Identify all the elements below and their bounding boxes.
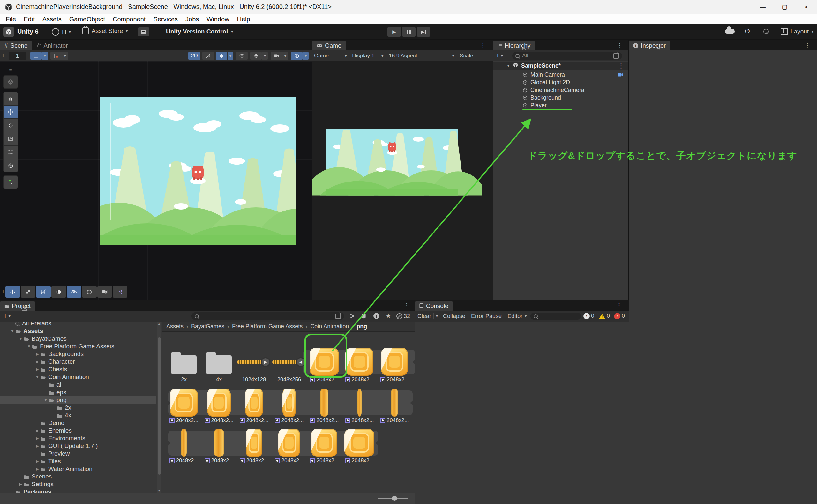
tree-item-preview[interactable]: Preview xyxy=(0,450,156,457)
scene-row[interactable]: ▼ SampleScene* ⋮ xyxy=(493,62,629,70)
foldout-arrow[interactable]: ▼ xyxy=(18,337,24,341)
foldout-arrow[interactable]: ▼ xyxy=(34,375,40,379)
history-icon[interactable]: ↺ xyxy=(744,27,751,36)
hand-tool-button[interactable] xyxy=(3,92,18,105)
aspect-dropdown[interactable]: 16:9 Aspect▾ xyxy=(389,53,454,59)
log-count-toggle[interactable]: ! 0 xyxy=(583,313,594,319)
zoom-overlay-button[interactable] xyxy=(82,286,97,298)
zoom-slider-thumb[interactable] xyxy=(392,496,397,501)
audio-toggle[interactable] xyxy=(216,52,227,60)
tab-console[interactable]: Console xyxy=(415,301,453,311)
foldout-arrow[interactable]: ▶ xyxy=(34,467,40,471)
breadcrumb-item-png[interactable]: png xyxy=(356,323,367,330)
tree-item-eps[interactable]: eps xyxy=(0,389,156,396)
tool-column-grip[interactable]: ≡ xyxy=(3,68,18,73)
camera-settings-button[interactable] xyxy=(271,52,282,60)
tree-item-coin-animation[interactable]: ▼Coin Animation xyxy=(0,373,156,381)
menu-item-window[interactable]: Window xyxy=(203,16,233,23)
breadcrumb-item-free-platform-game-assets[interactable]: Free Platform Game Assets xyxy=(232,323,302,330)
tree-item-free-platform-game-assets[interactable]: ▼Free Platform Game Assets xyxy=(0,343,156,350)
tilemap-overlay-button[interactable] xyxy=(67,286,81,298)
foldout-arrow[interactable]: ▶ xyxy=(34,352,40,356)
menu-item-help[interactable]: Help xyxy=(233,16,254,23)
pan-overlay-button[interactable] xyxy=(5,286,20,298)
view-tool-button[interactable] xyxy=(3,75,18,89)
scroll-up-icon[interactable]: ▲ xyxy=(158,322,160,325)
clear-caret[interactable]: ▾ xyxy=(436,314,438,318)
coin-sprite-icon[interactable] xyxy=(246,429,262,457)
add-asset-caret[interactable]: ▾ xyxy=(9,314,11,318)
sprite-strip-expand-button[interactable]: ◀ xyxy=(296,357,305,367)
folder-asset-icon[interactable] xyxy=(171,355,197,374)
scrollbar-thumb[interactable] xyxy=(158,337,161,475)
clear-button[interactable]: Clear xyxy=(418,313,431,320)
folder-asset-icon[interactable] xyxy=(206,355,232,374)
scroll-down-icon[interactable]: ▼ xyxy=(158,489,160,492)
asset-store-menu[interactable]: Asset Store ▾ xyxy=(82,27,128,34)
foldout-arrow[interactable]: ▶ xyxy=(34,428,40,433)
tab-animator[interactable]: Animator xyxy=(32,41,72,50)
foldout-arrow[interactable]: ▼ xyxy=(507,63,510,68)
add-asset-button[interactable]: + xyxy=(3,312,7,320)
snap-options-caret[interactable]: ▾ xyxy=(62,52,68,60)
coin-sprite-icon[interactable] xyxy=(282,389,296,417)
pause-button[interactable] xyxy=(402,27,416,37)
overlay-grip[interactable]: ‖ xyxy=(3,289,5,295)
alert-filter-icon[interactable]: ! xyxy=(373,313,379,319)
grid-options-caret[interactable]: ▾ xyxy=(42,52,48,60)
tree-item-environments[interactable]: ▶Environments xyxy=(0,434,156,442)
tab-hierarchy[interactable]: Hierarchy xyxy=(493,41,535,50)
step-button[interactable]: ▶ xyxy=(417,27,430,37)
display-dropdown[interactable]: Display 1▾ xyxy=(352,53,383,59)
hierarchy-item-player[interactable]: Player xyxy=(493,101,629,109)
tree-item-bayatgames[interactable]: ▼BayatGames xyxy=(0,335,156,343)
gizmos-caret[interactable]: ▾ xyxy=(303,52,308,60)
foldout-arrow[interactable]: ▼ xyxy=(43,398,48,402)
coin-sprite-icon[interactable] xyxy=(311,429,337,457)
warning-count-toggle[interactable]: 0 xyxy=(599,313,610,319)
menu-item-jobs[interactable]: Jobs xyxy=(182,16,203,23)
toolbar-grip[interactable]: ‖ xyxy=(3,53,5,59)
scene-viewport[interactable]: ≡ ‖ xyxy=(0,61,312,300)
search-icon[interactable] xyxy=(763,29,769,36)
project-menu-kebab[interactable]: ⋮ xyxy=(403,302,410,309)
tree-item-4x[interactable]: 4x xyxy=(0,411,156,419)
project-search-input[interactable] xyxy=(191,312,344,320)
foldout-arrow[interactable]: ▼ xyxy=(10,329,15,333)
tree-item-gui-update-1-7-[interactable]: ▶GUI ( Update 1.7 ) xyxy=(0,442,156,450)
coin-sprite-icon[interactable] xyxy=(214,429,224,457)
coin-sprite-icon[interactable] xyxy=(170,389,198,417)
transform-tool-button[interactable] xyxy=(3,159,18,172)
error-pause-button[interactable]: Error Pause xyxy=(471,313,502,320)
sliders-overlay-button[interactable] xyxy=(21,286,35,298)
layers-button[interactable] xyxy=(250,52,262,60)
band-left-notch-icon[interactable] xyxy=(167,440,174,446)
coin-sprite-icon[interactable] xyxy=(181,429,187,457)
tree-item-assets[interactable]: ▼Assets xyxy=(0,327,156,335)
tree-item-scenes[interactable]: Scenes xyxy=(0,473,156,480)
hierarchy-search-input[interactable]: All xyxy=(512,52,622,60)
hierarchy-item-global-light-2d[interactable]: Global Light 2D xyxy=(493,78,629,86)
collapse-button[interactable]: Collapse xyxy=(443,313,465,320)
tab-inspector[interactable]: i Inspector xyxy=(629,41,670,50)
game-mode-dropdown[interactable]: Game▾ xyxy=(314,53,346,59)
foldout-arrow[interactable]: ▶ xyxy=(34,359,40,364)
close-button[interactable]: × xyxy=(795,0,817,14)
sprite-strip-expand-button[interactable]: ▶ xyxy=(261,357,270,367)
console-search-input[interactable] xyxy=(531,313,581,320)
archive-button[interactable] xyxy=(138,27,149,36)
grid-overlay-button[interactable] xyxy=(36,286,51,298)
minimize-button[interactable]: — xyxy=(752,0,774,14)
snap-button[interactable] xyxy=(50,52,62,60)
tab-project[interactable]: Project xyxy=(0,301,35,311)
menu-item-component[interactable]: Component xyxy=(109,16,149,23)
coin-sprite-icon[interactable] xyxy=(245,389,263,417)
custom-tool-button[interactable] xyxy=(3,175,18,189)
console-menu-kebab[interactable]: ⋮ xyxy=(616,302,622,309)
lighting-toggle[interactable] xyxy=(202,52,214,60)
frame-field[interactable]: 1 xyxy=(9,52,26,60)
hidden-packages-count[interactable]: 32 xyxy=(396,313,410,320)
search-by-label-icon[interactable] xyxy=(361,313,366,321)
coin-sprite-icon[interactable] xyxy=(344,429,374,457)
grid-visibility-button[interactable] xyxy=(30,52,42,60)
